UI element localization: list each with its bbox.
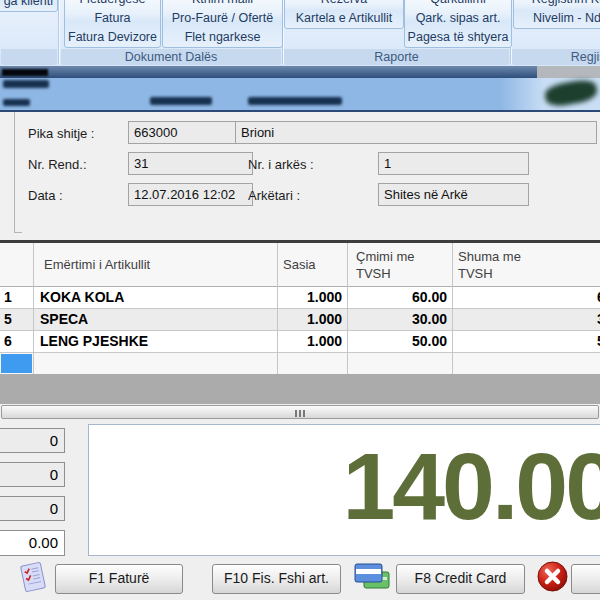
cell-item-name: SPECA xyxy=(40,311,88,327)
cell-sum: 50.00 xyxy=(452,333,600,349)
ribbon-item-regjistrim[interactable]: Regjistrim Ko xyxy=(514,0,600,9)
counter-field-2[interactable]: 0 xyxy=(0,462,65,487)
f8-credit-card-button[interactable]: F8 Credit Card xyxy=(396,564,525,594)
cell-row-id: 1 xyxy=(4,289,12,305)
blurred-text xyxy=(3,80,49,88)
arketari-label: Arkëtari : xyxy=(248,188,300,203)
ribbon-item-pagesa-te-shtyera[interactable]: Pagesa të shtyera xyxy=(405,28,511,47)
blurred-text xyxy=(3,99,30,106)
ribbon-item-fletdergese[interactable]: Fletdërgesë xyxy=(65,0,160,9)
ribbon-group-caption-dokument-dales: Dokument Dalës xyxy=(61,49,281,65)
ribbon-group-divider xyxy=(58,0,59,64)
panel-edge xyxy=(14,112,15,233)
data-field[interactable]: 12.07.2016 12:02 xyxy=(128,183,253,206)
ribbon-toolbar: ga klienti Fletdërgesë Fatura Fatura Dev… xyxy=(0,0,600,66)
ribbon-stack-regjistrim: Regjistrim Ko Nivelim - Ndr xyxy=(513,0,600,29)
ribbon-item-fatura[interactable]: Fatura xyxy=(65,9,160,28)
cancel-icon[interactable] xyxy=(536,560,569,593)
cell-item-name: KOKA KOLA xyxy=(40,289,124,305)
ribbon-item-rezerva[interactable]: Rezerva xyxy=(285,0,403,9)
column-header-price: Çmimi me TVSH xyxy=(356,248,436,282)
table-empty-area xyxy=(0,374,600,404)
nr-arkes-label: Nr. i arkës : xyxy=(248,157,314,172)
pika-shitje-label: Pika shitje : xyxy=(28,126,94,141)
store-header-band xyxy=(0,78,600,112)
table-row-empty[interactable] xyxy=(0,353,600,375)
ribbon-item-kthim-malli[interactable]: Kthim malli xyxy=(163,0,282,9)
pika-shitje-name-field[interactable]: Brioni xyxy=(235,121,597,144)
ribbon-button-label: ga klienti xyxy=(0,0,57,11)
cell-qty: 1.000 xyxy=(277,311,342,327)
table-row[interactable]: 1 KOKA KOLA 1.000 60.00 60.00 xyxy=(0,287,600,309)
grand-total-display: 140.00 xyxy=(88,424,600,556)
selected-cell[interactable] xyxy=(1,354,32,373)
items-table-header: Emërtimi i Artikullit Sasia Çmimi me TVS… xyxy=(0,243,600,287)
blurred-text xyxy=(248,97,342,105)
nr-arkes-field[interactable]: 1 xyxy=(378,152,529,175)
ribbon-item-nivelim[interactable]: Nivelim - Ndr xyxy=(514,9,600,28)
table-gridline xyxy=(347,243,348,374)
ribbon-item-fatura-devizore[interactable]: Fatura Devizore xyxy=(65,28,160,47)
invoice-checklist-icon xyxy=(14,559,52,595)
column-header-qty: Sasia xyxy=(283,256,316,273)
table-row[interactable]: 5 SPECA 1.000 30.00 30.00 xyxy=(0,309,600,331)
ribbon-item-qarkullimi[interactable]: Qarkullimi xyxy=(405,0,511,9)
cell-item-name: LENG PJESHKE xyxy=(40,333,148,349)
cell-sum: 60.00 xyxy=(452,289,600,305)
cell-price: 30.00 xyxy=(347,311,447,327)
ribbon-stack-qarkullimi: Qarkullimi Qark. sipas art. Pagesa të sh… xyxy=(404,0,512,48)
table-row[interactable]: 6 LENG PJESHKE 1.000 50.00 50.00 xyxy=(0,331,600,353)
column-header-name: Emërtimi i Artikullit xyxy=(44,256,150,273)
credit-card-icon xyxy=(352,560,392,593)
ribbon-stack-oferte: Kthim malli Pro-Faurë / Ofertë Flet ngar… xyxy=(162,0,283,48)
cell-qty: 1.000 xyxy=(277,333,342,349)
cell-price: 60.00 xyxy=(347,289,447,305)
cell-qty: 1.000 xyxy=(277,289,342,305)
blurred-window-text xyxy=(2,69,48,76)
grand-total-value: 140.00 xyxy=(342,439,600,534)
nr-rend-label: Nr. Rend.: xyxy=(28,157,87,172)
blurred-text xyxy=(150,97,212,105)
pos-window: ga klienti Fletdërgesë Fatura Fatura Dev… xyxy=(0,0,600,600)
f10-fis-fshi-art-button[interactable]: F10 Fis. Fshi art. xyxy=(212,564,341,594)
amount-field[interactable]: 0.00 xyxy=(0,530,65,556)
ribbon-stack-rezerva: Rezerva Kartela e Artikullit xyxy=(284,0,404,29)
panel-edge xyxy=(14,232,22,233)
f1-fature-button[interactable]: F1 Faturë xyxy=(55,564,183,594)
cell-row-id: 6 xyxy=(4,333,12,349)
ribbon-item-qark-sipas-art[interactable]: Qark. sipas art. xyxy=(405,9,511,28)
cell-sum: 30.00 xyxy=(452,311,600,327)
cell-row-id: 5 xyxy=(4,311,12,327)
counter-field-1[interactable]: 0 xyxy=(0,428,65,453)
ribbon-group-caption-raporte: Raporte xyxy=(284,49,509,65)
table-gridline xyxy=(33,243,34,374)
data-label: Data : xyxy=(28,188,63,203)
window-title-strip-corner xyxy=(537,66,600,78)
ribbon-item-kartela-artikullit[interactable]: Kartela e Artikullit xyxy=(285,9,403,28)
table-gridline xyxy=(277,243,278,374)
ribbon-item-flet-ngarkese[interactable]: Flet ngarkese xyxy=(163,28,282,47)
splitter-handle[interactable] xyxy=(1,405,599,419)
cell-price: 50.00 xyxy=(347,333,447,349)
clipped-footer-button[interactable] xyxy=(571,564,600,594)
nr-rend-field[interactable]: 31 xyxy=(128,152,253,175)
ribbon-button-pagesa-nga-klienti[interactable]: ga klienti xyxy=(0,0,58,12)
table-gridline xyxy=(452,243,453,374)
counter-field-3[interactable]: 0 xyxy=(0,496,65,521)
ribbon-group-caption-regjistr: Regjistr xyxy=(512,49,600,65)
ribbon-item-pro-faure-oferte[interactable]: Pro-Faurë / Ofertë xyxy=(163,9,282,28)
arketari-field[interactable]: Shites në Arkë xyxy=(378,183,529,206)
window-title-strip xyxy=(0,66,600,78)
ribbon-stack-fatura: Fletdërgesë Fatura Fatura Devizore xyxy=(64,0,161,48)
column-header-sum: Shuma me TVSH xyxy=(458,248,543,282)
ribbon-group-caption-clipped xyxy=(1,49,57,65)
